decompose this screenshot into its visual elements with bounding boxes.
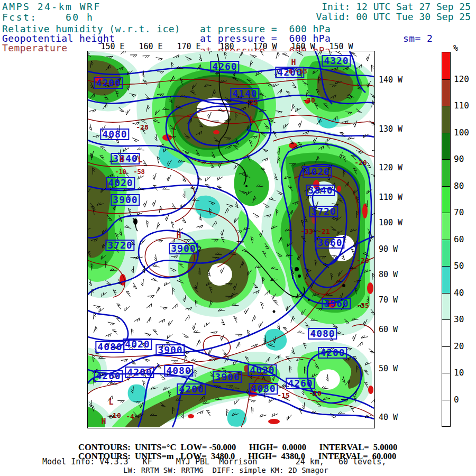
colorbar-tick-label: 30	[454, 314, 464, 324]
height-contour-label: 4020	[303, 166, 332, 178]
model-title: AMPS 24-km WRF	[2, 2, 101, 12]
height-contour-label: 3900	[213, 371, 242, 383]
height-contour-label: 4200	[125, 367, 154, 378]
height-contour-label: 3720	[105, 240, 134, 251]
colorbar-segment	[442, 293, 450, 320]
temperature-contour-label: -28	[136, 124, 148, 131]
height-contour-label: 3840	[111, 153, 140, 164]
height-contour-label: 4080	[164, 365, 193, 377]
height-contour-label: 4080	[308, 328, 337, 340]
colorbar-segment	[442, 319, 450, 346]
height-contour-label: 4020	[248, 364, 277, 376]
height-contour-label: 3660	[315, 237, 344, 249]
temperature-contour-label: -21	[317, 228, 329, 235]
colorbar-tick-label: 80	[454, 181, 464, 191]
colorbar-segment	[442, 133, 450, 160]
height-contour-label: 4080	[249, 383, 278, 395]
field-row-1: Geopotential heightat pressure = 600 hPa…	[0, 33, 476, 43]
top-axis-label: 150 W	[329, 42, 353, 51]
temperature-contour-label: -15	[277, 392, 289, 399]
colorbar-tick-label: 50	[454, 261, 464, 271]
temperature-contour-label: -10	[309, 390, 321, 397]
height-contour-label: 3900	[169, 243, 198, 254]
right-axis-label: 130 W	[379, 124, 402, 134]
rh-colorbar	[442, 52, 451, 427]
valid-time: Valid: 00 UTC Tue 30 Sep 25	[316, 12, 471, 22]
height-contour-label: 4200	[94, 77, 123, 89]
height-contour-label: 4260	[210, 61, 239, 72]
temperature-contour-label: -30	[303, 97, 315, 104]
colorbar-tick-label: 60	[454, 234, 464, 244]
top-axis-label: 180	[219, 42, 234, 51]
right-axis-label: 50 W	[379, 364, 398, 373]
extremum-marker: -10	[115, 169, 126, 175]
height-contour-label: 4260	[286, 378, 315, 389]
colorbar-segment	[442, 266, 450, 293]
right-axis-label: 60 W	[379, 325, 398, 334]
height-contour-label: 3960	[322, 298, 351, 309]
field-name: Temperature	[2, 42, 68, 53]
forecast-hour: Fcst: 60 h	[2, 13, 94, 23]
top-axis-label: 160 W	[291, 42, 315, 51]
physics-info-line: LW: RRTM SW: RRTMG DIFF: simple KM: 2D S…	[123, 466, 328, 474]
right-axis-label: 100 W	[379, 218, 402, 227]
model-info-line: Model Info: V4.3.3 KF MYJ PBL Morrison 2…	[42, 458, 386, 466]
temperature-contour-label: -10	[108, 412, 121, 419]
colorbar-segment	[442, 346, 450, 373]
temperature-contour-label: -4	[126, 413, 134, 420]
temperature-contour-label: -20	[354, 159, 367, 166]
extremum-marker: L	[108, 398, 113, 406]
colorbar-tick-label: 20	[454, 341, 464, 351]
top-axis-label: 170 W	[253, 42, 277, 51]
extremum-marker: L	[138, 156, 142, 164]
colorbar-segment	[442, 186, 450, 213]
height-contour-label: 3840	[306, 185, 335, 196]
extremum-marker: -53	[296, 68, 307, 75]
right-axis-label: 90 W	[379, 244, 398, 254]
colorbar-tick-label: 0	[454, 395, 459, 405]
weather-plot-page: { "header": { "model_title": "AMPS 24-km…	[0, 0, 476, 476]
right-axis-label: 70 W	[379, 295, 398, 305]
temperature-contour-label: -25	[245, 99, 258, 106]
colorbar-tick-label: 120	[454, 74, 469, 84]
temperature-contour-label: -20	[356, 257, 369, 264]
colorbar-segment	[442, 79, 450, 106]
colorbar-unit-label: %	[453, 44, 458, 53]
height-contour-label: 4320	[322, 55, 351, 67]
height-contour-label: 4200	[177, 383, 206, 395]
top-axis-label: 150 E	[100, 42, 124, 51]
height-contour-label: 3900	[111, 194, 140, 206]
extremum-marker: H	[119, 156, 124, 164]
height-contour-label: 4260	[94, 370, 123, 382]
colorbar-segment	[442, 373, 450, 400]
colorbar-segment	[442, 106, 450, 133]
colorbar-tick-label: 100	[454, 127, 469, 138]
colorbar-segment	[442, 213, 450, 240]
right-axis-label: 120 W	[379, 163, 402, 172]
height-contour-label: 3720	[309, 206, 338, 217]
colorbar-tick-label: 90	[454, 154, 464, 164]
height-contour-label: 4080	[100, 129, 129, 140]
right-axis-label: 140 W	[379, 75, 402, 85]
extremum-marker: -6	[285, 68, 292, 75]
temperature-contour-label: -35	[356, 302, 369, 309]
extremum-marker: H	[291, 59, 296, 67]
colorbar-segment	[442, 159, 450, 186]
right-axis-label: 110 W	[379, 193, 402, 202]
height-contour-label: 4200	[318, 347, 347, 359]
height-contour-label: 3900	[155, 344, 185, 356]
height-contour-label: 4020	[106, 177, 135, 189]
height-contour-label: 4020	[123, 338, 152, 350]
extremum-marker: L	[249, 116, 254, 124]
extremum-marker: H	[176, 232, 181, 240]
colorbar-segment	[442, 52, 450, 79]
top-axis-label: 170 E	[177, 42, 200, 51]
forecast-map: 4260420043204140420040803840402039003720…	[87, 51, 375, 428]
right-axis-label: 80 W	[379, 270, 398, 279]
colorbar-tick-label: 110	[454, 100, 469, 111]
top-axis-label: 160 E	[139, 42, 162, 51]
colorbar-tick-label: 70	[454, 207, 464, 217]
temperature-contour-info: CONTOURS: UNITS=°C LOW= -50.000 HIGH= 0.…	[78, 443, 397, 452]
colorbar-tick-label: 40	[454, 288, 464, 298]
extremum-marker: H	[101, 418, 106, 426]
